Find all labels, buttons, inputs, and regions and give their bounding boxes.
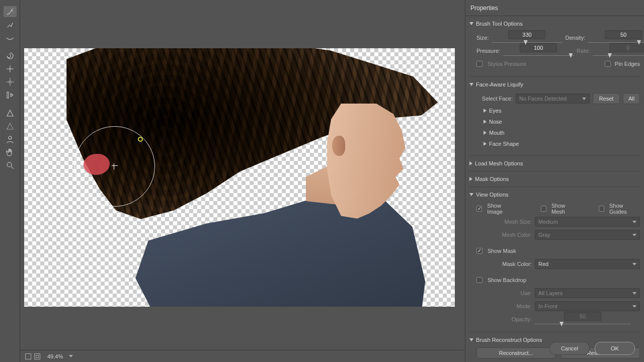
- section-mask-options[interactable]: Mask Options: [469, 173, 640, 185]
- push-left-tool[interactable]: [4, 89, 17, 101]
- density-slider[interactable]: [588, 40, 644, 45]
- chevron-down-icon: [632, 221, 636, 223]
- section-face-aware[interactable]: Face-Aware Liquify: [469, 79, 640, 90]
- chevron-down-icon: [632, 292, 636, 295]
- warp-pin[interactable]: [138, 137, 143, 142]
- chevron-down-icon: [632, 234, 636, 236]
- section-brush-options[interactable]: Brush Tool Options: [469, 18, 640, 29]
- status-bar: 49.4%: [20, 350, 465, 362]
- pin-edges-checkbox[interactable]: [605, 61, 611, 67]
- all-faces-button[interactable]: All: [623, 93, 640, 104]
- properties-title: Properties: [470, 5, 498, 12]
- chevron-down-icon: [469, 338, 473, 341]
- chevron-down-icon: [632, 263, 636, 265]
- smooth-tool[interactable]: [4, 32, 17, 43]
- tool-palette: [0, 0, 20, 362]
- twirl-tool[interactable]: [4, 50, 17, 61]
- hand-tool[interactable]: [4, 147, 17, 158]
- show-backdrop-checkbox[interactable]: [476, 277, 482, 283]
- section-title: Face-Aware Liquify: [476, 81, 523, 87]
- density-label: Density:: [565, 35, 585, 41]
- chevron-down-icon: [469, 22, 473, 25]
- section-mouth[interactable]: Mouth: [484, 127, 640, 138]
- show-backdrop-label: Show Backdrop: [488, 277, 526, 283]
- rate-slider: [593, 53, 644, 58]
- zoom-tool[interactable]: [4, 160, 17, 171]
- section-title: View Options: [476, 192, 509, 198]
- pucker-tool[interactable]: [4, 63, 17, 74]
- show-mesh-label: Show Mesh: [551, 203, 579, 215]
- rate-label: Rate:: [577, 48, 590, 54]
- pin-edges-label: Pin Edges: [615, 61, 640, 67]
- dialog-footer: Cancel OK: [549, 342, 635, 355]
- show-image-checkbox[interactable]: [476, 206, 482, 212]
- select-face-label: Select Face:: [476, 96, 513, 102]
- chevron-down-icon: [632, 305, 636, 308]
- stylus-pressure-checkbox[interactable]: [476, 61, 482, 67]
- svg-point-1: [9, 81, 11, 83]
- section-face-shape[interactable]: Face Shape: [484, 138, 640, 149]
- backdrop-use-dropdown: All Layers: [535, 288, 640, 298]
- mesh-size-label: Mesh Size:: [476, 219, 532, 225]
- face-tool[interactable]: [4, 134, 17, 145]
- size-field[interactable]: [508, 30, 545, 39]
- fit-screen-icon[interactable]: [25, 353, 31, 359]
- zoom-readout[interactable]: 49.4%: [47, 353, 63, 359]
- mesh-color-dropdown: Gray: [535, 230, 640, 240]
- backdrop-opacity-label: Opacity:: [476, 316, 532, 322]
- section-title: Load Mesh Options: [475, 160, 523, 166]
- stylus-pressure-label: Stylus Pressure: [488, 61, 526, 67]
- backdrop-mode-dropdown: In Front: [535, 301, 640, 311]
- show-mask-label: Show Mask: [488, 248, 516, 254]
- forward-warp-tool[interactable]: [4, 6, 17, 17]
- section-nose[interactable]: Nose: [484, 116, 640, 127]
- section-eyes[interactable]: Eyes: [484, 105, 640, 116]
- cancel-button[interactable]: Cancel: [549, 342, 590, 355]
- show-mesh-checkbox[interactable]: [541, 206, 546, 212]
- ok-button[interactable]: OK: [595, 342, 635, 355]
- subject-ear: [332, 136, 345, 156]
- size-slider[interactable]: [492, 40, 562, 45]
- reconstruct-tool[interactable]: [4, 19, 17, 30]
- pressure-slider[interactable]: [503, 53, 574, 58]
- show-guides-checkbox[interactable]: [599, 206, 604, 212]
- backdrop-opacity-slider: [535, 322, 630, 327]
- section-title: Brush Tool Options: [476, 21, 523, 27]
- chevron-right-icon: [469, 161, 472, 165]
- svg-point-2: [9, 136, 12, 139]
- size-label: Size:: [476, 35, 489, 41]
- properties-panel: Properties Brush Tool Options Size: Dens…: [465, 0, 644, 362]
- document-canvas[interactable]: [24, 48, 455, 307]
- show-mask-checkbox[interactable]: [476, 248, 482, 254]
- svg-point-0: [9, 68, 11, 70]
- chevron-right-icon: [484, 120, 487, 124]
- reset-face-button[interactable]: Reset: [593, 93, 620, 104]
- chevron-right-icon: [469, 177, 472, 181]
- backdrop-opacity-field: [564, 312, 601, 321]
- backdrop-use-label: Use:: [476, 290, 532, 296]
- brush-cursor-cross: [114, 165, 116, 167]
- density-field[interactable]: [605, 30, 642, 39]
- zoom-menu-caret[interactable]: [69, 355, 73, 357]
- chevron-down-icon: [582, 98, 586, 100]
- chevron-down-icon: [469, 83, 473, 86]
- section-title: Brush Reconstruct Options: [476, 337, 542, 343]
- select-face-dropdown[interactable]: No Faces Detected: [516, 94, 590, 104]
- actual-pixels-icon[interactable]: [34, 353, 40, 359]
- thaw-mask-tool[interactable]: [4, 121, 17, 132]
- chevron-right-icon: [484, 131, 487, 135]
- mask-color-dropdown[interactable]: Red: [535, 259, 640, 269]
- mask-color-label: Mask Color:: [476, 261, 532, 267]
- section-view-options[interactable]: View Options: [469, 189, 640, 200]
- select-face-value: No Faces Detected: [519, 96, 567, 102]
- bloat-tool[interactable]: [4, 76, 17, 87]
- reconstruct-button[interactable]: Reconstruct...: [476, 347, 556, 358]
- show-guides-label: Show Guides: [609, 203, 640, 215]
- chevron-down-icon: [469, 193, 473, 196]
- section-load-mesh[interactable]: Load Mesh Options: [469, 158, 640, 169]
- pressure-label: Pressure:: [476, 48, 500, 54]
- freeze-mask-tool[interactable]: [4, 108, 17, 119]
- backdrop-mode-label: Mode:: [476, 303, 532, 309]
- mesh-size-dropdown: Medium: [535, 217, 640, 227]
- chevron-right-icon: [484, 109, 487, 113]
